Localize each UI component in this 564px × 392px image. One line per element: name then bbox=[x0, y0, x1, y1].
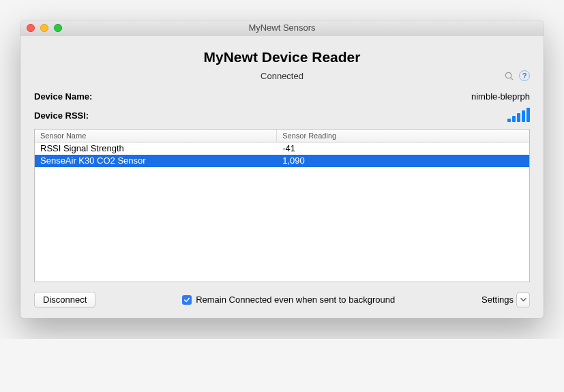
page-title: MyNewt Device Reader bbox=[34, 49, 530, 65]
remain-connected-checkbox[interactable]: Remain Connected even when sent to backg… bbox=[105, 295, 472, 305]
maximize-icon[interactable] bbox=[54, 24, 62, 32]
app-window: MyNewt Sensors MyNewt Device Reader Conn… bbox=[20, 20, 544, 318]
remain-connected-label: Remain Connected even when sent to backg… bbox=[196, 295, 395, 305]
cell-sensor-name: RSSI Signal Strength bbox=[35, 142, 277, 155]
settings-label[interactable]: Settings bbox=[481, 295, 514, 305]
connection-status: Connected bbox=[261, 71, 303, 81]
table-header: Sensor Name Sensor Reading bbox=[35, 130, 529, 142]
settings-disclosure-button[interactable] bbox=[516, 292, 530, 307]
column-sensor-reading[interactable]: Sensor Reading bbox=[277, 130, 529, 142]
cell-sensor-reading: 1,090 bbox=[277, 155, 529, 167]
content-area: MyNewt Device Reader Connected ? Device … bbox=[20, 35, 544, 318]
table-body: RSSI Signal Strength -41 SenseAir K30 CO… bbox=[35, 142, 529, 167]
minimize-icon[interactable] bbox=[40, 24, 48, 32]
svg-line-1 bbox=[510, 77, 512, 79]
cell-sensor-name: SenseAir K30 CO2 Sensor bbox=[35, 155, 277, 167]
settings-group: Settings bbox=[481, 292, 530, 307]
window-title: MyNewt Sensors bbox=[20, 22, 544, 33]
device-rssi-row: Device RSSI: bbox=[34, 108, 530, 122]
traffic-lights bbox=[20, 24, 62, 32]
device-rssi-label: Device RSSI: bbox=[34, 110, 89, 121]
status-row: Connected ? bbox=[34, 70, 530, 83]
sensor-table[interactable]: Sensor Name Sensor Reading RSSI Signal S… bbox=[34, 129, 530, 282]
search-icon[interactable] bbox=[503, 70, 515, 82]
device-name-value: nimble-bleprph bbox=[471, 91, 530, 102]
cell-sensor-reading: -41 bbox=[277, 142, 529, 155]
table-row[interactable]: SenseAir K30 CO2 Sensor 1,090 bbox=[35, 155, 529, 167]
checkbox-checked-icon bbox=[182, 295, 192, 305]
table-row[interactable]: RSSI Signal Strength -41 bbox=[35, 142, 529, 155]
device-name-row: Device Name: nimble-bleprph bbox=[34, 91, 530, 102]
svg-point-0 bbox=[505, 72, 511, 78]
disconnect-button[interactable]: Disconnect bbox=[34, 292, 95, 307]
chevron-down-icon bbox=[520, 297, 526, 303]
device-name-label: Device Name: bbox=[34, 91, 92, 102]
signal-strength-icon bbox=[507, 108, 530, 122]
footer: Disconnect Remain Connected even when se… bbox=[34, 292, 530, 307]
help-icon[interactable]: ? bbox=[519, 70, 530, 81]
close-icon[interactable] bbox=[27, 24, 35, 32]
column-sensor-name[interactable]: Sensor Name bbox=[35, 130, 277, 142]
titlebar[interactable]: MyNewt Sensors bbox=[20, 20, 544, 35]
